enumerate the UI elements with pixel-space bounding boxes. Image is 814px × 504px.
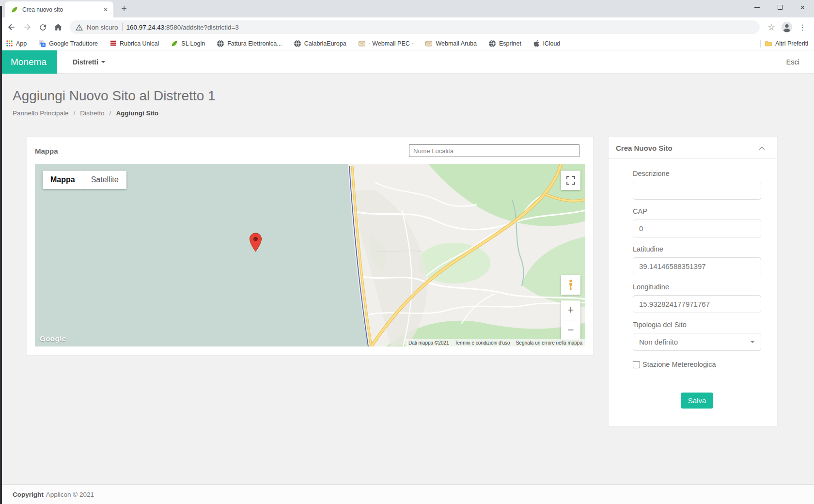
window-minimize-icon[interactable] [746, 0, 768, 15]
app-navbar: Monema Distretti Esci [0, 50, 814, 74]
other-bookmarks-folder[interactable]: Altri Preferiti [765, 40, 808, 47]
map-card: Mappa [27, 136, 594, 356]
browser-tab[interactable]: Crea nuovo sito ✕ [5, 1, 113, 17]
tab-title: Crea nuovo sito [22, 6, 98, 13]
stazione-meteo-checkbox[interactable] [633, 361, 640, 368]
omnibox-divider [122, 23, 123, 31]
window-controls: ✕ [746, 0, 814, 15]
pegman-control[interactable] [561, 275, 580, 295]
stazione-meteo-label: Stazione Metereologica [642, 361, 716, 368]
copyright-label: Copyright [13, 491, 44, 498]
tipologia-select[interactable]: Non definito [633, 333, 761, 351]
menu-kebab-icon[interactable]: ⋮ [795, 19, 810, 35]
forward-icon[interactable] [19, 19, 35, 35]
folder-icon [765, 40, 772, 47]
cap-label: CAP [633, 207, 761, 215]
spring-leaf-favicon [11, 6, 18, 14]
report-error-link[interactable]: Segnala un errore nella mappa [513, 339, 585, 346]
form-panel-title: Crea Nuovo Sito [616, 144, 673, 152]
breadcrumb-aggiungi-sito: Aggiungi Sito [116, 110, 158, 117]
window-close-icon[interactable]: ✕ [791, 0, 814, 15]
latitudine-input[interactable] [633, 257, 761, 275]
map-marker-pin[interactable] [249, 233, 262, 252]
browser-window: Crea nuovo sito ✕ + ✕ Non sicuro [0, 0, 814, 504]
browser-toolbar: Non sicuro 160.97.24.43:8580/addsite?dis… [0, 17, 814, 37]
terms-link[interactable]: Termini e condizioni d'uso [452, 339, 513, 346]
page-title: Aggiungi Nuovo Sito al Distretto 1 [13, 88, 801, 104]
bookmark-app[interactable]: App [6, 40, 27, 47]
brand-monema[interactable]: Monema [0, 50, 57, 74]
bookmark-calabriaeuropa[interactable]: CalabriaEuropa [294, 40, 346, 47]
cap-input[interactable] [633, 220, 761, 237]
warning-icon [76, 24, 83, 31]
breadcrumb-pannello-principale[interactable]: Pannello Principale [13, 110, 69, 117]
nome-localita-input[interactable] [409, 144, 579, 157]
bookmark-rubrica-unical[interactable]: Rubrica Unical [110, 40, 159, 47]
map-card-title: Mappa [35, 147, 58, 155]
page-body: Aggiungi Nuovo Sito al Distretto 1 Panne… [0, 74, 814, 484]
crea-nuovo-sito-panel: Crea Nuovo Sito Descrizione CAP [608, 136, 778, 426]
nav-distretti-dropdown[interactable]: Distretti [73, 58, 105, 66]
breadcrumb-distretto[interactable]: Distretto [80, 110, 104, 117]
globe-icon [488, 40, 496, 47]
map-data-copyright: Dati mappa ©2021 [406, 339, 452, 346]
globe-icon [217, 40, 224, 47]
pegman-icon [565, 279, 576, 291]
latitudine-label: Latitudine [633, 245, 761, 253]
maptype-map-button[interactable]: Mappa [43, 171, 83, 189]
select-caret-icon [750, 341, 755, 346]
security-label[interactable]: Non sicuro [87, 24, 118, 31]
longitudine-label: Longitudine [633, 283, 761, 291]
map-attribution: Dati mappa ©2021 Termini e condizioni d'… [406, 339, 585, 346]
bookmark-webmail-aruba[interactable]: Webmail Aruba [425, 40, 477, 47]
globe-icon [294, 40, 301, 47]
svg-text:a: a [43, 43, 45, 47]
salva-button[interactable]: Salva [681, 393, 714, 409]
google-map[interactable]: Mappa Satellite + − Google [35, 164, 585, 346]
google-logo[interactable]: Google [40, 334, 66, 343]
url-text[interactable]: 160.97.24.43:8580/addsite?districtid=3 [126, 23, 239, 32]
maptype-control: Mappa Satellite [43, 171, 126, 189]
copyright-text: Applicon © 2021 [46, 491, 94, 498]
zoom-control: + − [561, 300, 580, 340]
reload-icon[interactable] [35, 19, 50, 35]
bookmark-star-icon[interactable]: ☆ [764, 19, 779, 35]
zoom-out-button[interactable]: − [561, 320, 580, 340]
tab-close-icon[interactable]: ✕ [102, 6, 110, 14]
window-maximize-icon[interactable] [768, 0, 791, 15]
collapse-chevron-up-icon[interactable] [759, 146, 765, 150]
descrizione-label: Descrizione [633, 170, 761, 177]
fullscreen-icon [566, 176, 575, 185]
tipologia-label: Tipologia del Sito [633, 321, 761, 329]
back-icon[interactable] [4, 19, 19, 35]
bookmark-fattura-elettronica[interactable]: Fattura Elettronica... [217, 40, 282, 47]
red-stripes-icon [110, 40, 117, 47]
mail-icon [425, 40, 433, 47]
maptype-satellite-button[interactable]: Satellite [83, 171, 126, 189]
bookmark-esprinet[interactable]: Esprinet [488, 40, 521, 47]
app-footer: Copyright Applicon © 2021 [0, 484, 814, 504]
map-terrain [35, 164, 585, 346]
apple-icon [533, 40, 540, 47]
fullscreen-button[interactable] [561, 171, 580, 190]
chevron-down-icon [101, 61, 105, 65]
bookmark-google-traduttore[interactable]: Aa Google Traduttore [38, 40, 98, 47]
nav-esci-link[interactable]: Esci [786, 58, 799, 66]
zoom-in-button[interactable]: + [561, 300, 580, 320]
bookmarks-bar: App Aa Google Traduttore Rubrica Unical … [0, 37, 814, 50]
tab-strip: Crea nuovo sito ✕ + ✕ [0, 0, 814, 17]
descrizione-input[interactable] [633, 182, 761, 200]
bookmarks-divider [760, 40, 761, 47]
apps-grid-icon [6, 40, 13, 47]
home-icon[interactable] [50, 19, 66, 35]
profile-avatar[interactable] [779, 19, 795, 35]
breadcrumb: Pannello Principale / Distretto / Aggiun… [13, 110, 801, 117]
bookmark-icloud[interactable]: iCloud [533, 40, 560, 47]
longitudine-input[interactable] [633, 295, 761, 313]
bookmark-sl-login[interactable]: SL Login [171, 40, 205, 47]
leaf-icon [171, 40, 178, 47]
bookmark-webmail-pec[interactable]: - Webmail PEC - [358, 40, 414, 47]
new-tab-button[interactable]: + [117, 2, 131, 16]
address-bar[interactable]: Non sicuro 160.97.24.43:8580/addsite?dis… [70, 20, 760, 34]
desktop-edge [0, 6, 2, 504]
